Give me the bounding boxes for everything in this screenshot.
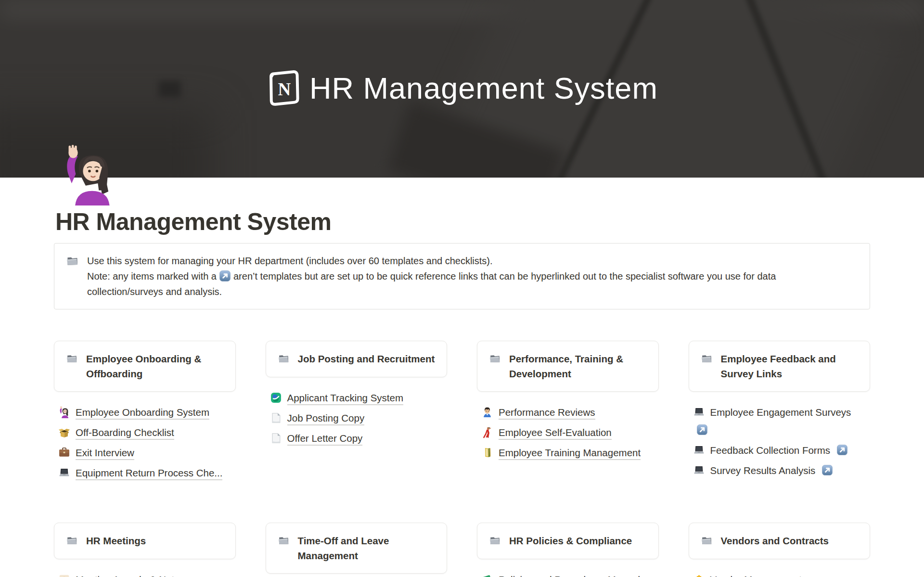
page-link-label: Employee Engagement Surveys — [710, 407, 851, 418]
page-link-label: Applicant Tracking System — [287, 392, 404, 405]
page-link[interactable]: Off-Boarding Checklist — [58, 423, 236, 441]
callout-text: Use this system for managing your HR dep… — [87, 253, 852, 299]
cover-title: HR Management System — [309, 70, 658, 105]
folder-icon — [66, 253, 79, 299]
section-links: Meeting Agenda & Notes — [54, 571, 236, 577]
green-book-icon — [481, 574, 499, 577]
cover-title-row: N HR Management System — [266, 68, 658, 107]
page-link-label: Vendor Management — [710, 574, 802, 577]
section-title: Job Posting and Recruitment — [298, 351, 435, 366]
laptop-icon — [693, 445, 710, 456]
section-links: Policies and Procedures Manual — [477, 571, 659, 577]
page-link-label: Meeting Agenda & Notes — [76, 574, 185, 577]
page-link[interactable]: Survey Results Analysis — [693, 462, 871, 479]
section-links: Employee Onboarding System Off-Boarding … — [54, 403, 236, 482]
arrow-up-right-icon — [693, 424, 708, 436]
page-link[interactable]: Performance Reviews — [481, 403, 659, 421]
callout-note-before: Note: any items marked with a — [87, 271, 217, 282]
page-link[interactable]: Meeting Agenda & Notes — [58, 571, 236, 577]
page-link[interactable]: Vendor Management — [693, 571, 871, 577]
section-column: HR Policies & Compliance Policies and Pr… — [477, 523, 659, 577]
section-title: HR Meetings — [86, 533, 146, 548]
section-header-card: HR Policies & Compliance — [477, 523, 659, 559]
arrow-up-right-icon — [818, 465, 833, 476]
page-link-label: Off-Boarding Checklist — [76, 427, 174, 440]
section-header-card: Time-Off and Leave Management — [266, 523, 448, 574]
page-link[interactable]: Employee Onboarding System — [58, 403, 236, 421]
section-header-card: Performance, Training & Development — [477, 341, 659, 392]
laptop-icon — [58, 467, 76, 478]
folder-icon — [278, 533, 290, 549]
folder-icon — [701, 533, 713, 549]
page-link[interactable]: Exit Interview — [58, 444, 236, 462]
section-header-card: Job Posting and Recruitment — [266, 341, 448, 377]
page-link-label: Feedback Collection Forms — [710, 445, 831, 456]
page-link-label: Job Posting Copy — [287, 412, 365, 425]
section-header-card: HR Meetings — [54, 523, 236, 559]
svg-text:N: N — [278, 79, 291, 99]
folder-icon — [489, 351, 501, 367]
section-column: Vendors and Contracts Vendor Management — [689, 523, 871, 577]
section-title: Vendors and Contracts — [721, 533, 829, 548]
page-link-label: Policies and Procedures Manual — [499, 574, 640, 577]
laptop-icon — [693, 465, 710, 476]
office-worker-icon — [481, 407, 499, 418]
page-link-label: Offer Letter Copy — [287, 433, 363, 446]
section-title: HR Policies & Compliance — [509, 533, 632, 548]
arrow-up-right-icon — [833, 445, 848, 456]
section-links: Performance Reviews Employee Self-Evalua… — [477, 403, 659, 462]
section-header-card: Employee Feedback and Survey Links — [689, 341, 871, 392]
cover-photo-detail — [159, 81, 181, 97]
page-link[interactable]: Applicant Tracking System — [270, 389, 448, 407]
page-link-label: Survey Results Analysis — [710, 465, 816, 476]
page-link[interactable]: Employee Training Management — [481, 444, 659, 462]
section-column: Performance, Training & Development Perf… — [477, 341, 659, 484]
callout-line1: Use this system for managing your HR dep… — [87, 256, 493, 266]
section-column: Employee Onboarding & Offboarding Employ… — [54, 341, 236, 484]
page-link[interactable]: Equipment Return Process Che... — [58, 464, 236, 482]
page-content: HR Management System Use this system for… — [54, 178, 870, 577]
folder-icon — [66, 533, 78, 549]
page-link-label: Employee Onboarding System — [76, 407, 209, 420]
dancer-icon — [481, 427, 499, 438]
folder-icon — [489, 533, 501, 549]
page-icon — [270, 433, 287, 444]
page-icon — [270, 412, 287, 423]
section-column: Employee Feedback and Survey Links Emplo… — [689, 341, 871, 484]
page-link-label: Employee Self-Evaluation — [499, 427, 612, 440]
section-title: Employee Feedback and Survey Links — [721, 351, 859, 381]
arrow-up-right-icon — [217, 271, 233, 282]
section-links: Applicant Tracking System Job Posting Co… — [266, 389, 448, 447]
open-box-icon — [58, 427, 76, 438]
cover-image: N HR Management System — [0, 0, 924, 178]
briefcase-icon — [58, 447, 76, 458]
section-title: Performance, Training & Development — [509, 351, 647, 381]
section-header-card: Vendors and Contracts — [689, 523, 871, 559]
woman-raising-hand-icon — [58, 407, 76, 418]
page-link[interactable]: Offer Letter Copy — [270, 429, 448, 447]
training-book-icon — [481, 447, 499, 458]
section-column: Job Posting and Recruitment Applicant Tr… — [266, 341, 448, 484]
page-link[interactable]: Employee Engagement Surveys — [693, 403, 856, 439]
page-link[interactable]: Feedback Collection Forms — [693, 441, 871, 459]
woman-raising-hand-icon[interactable] — [60, 145, 117, 205]
section-header-card: Employee Onboarding & Offboarding — [54, 341, 236, 392]
sections-grid: Employee Onboarding & Offboarding Employ… — [54, 341, 870, 577]
page-link-label: Equipment Return Process Che... — [76, 467, 222, 480]
page-link-label: Exit Interview — [76, 447, 134, 460]
laptop-icon — [693, 407, 710, 418]
page-link[interactable]: Employee Self-Evaluation — [481, 423, 659, 441]
construction-worker-icon — [693, 574, 710, 577]
section-column: HR Meetings Meeting Agenda & Notes — [54, 523, 236, 577]
folder-icon — [701, 351, 713, 367]
page-link[interactable]: Policies and Procedures Manual — [481, 571, 659, 577]
page-link-label: Employee Training Management — [499, 447, 641, 460]
folder-icon — [66, 351, 78, 367]
section-links: Employee Engagement Surveys Feedback Col… — [689, 403, 871, 479]
section-title: Employee Onboarding & Offboarding — [86, 351, 224, 381]
section-column: Time-Off and Leave Management — [266, 523, 448, 577]
folder-icon — [278, 351, 290, 367]
page-link[interactable]: Job Posting Copy — [270, 409, 448, 427]
callout: Use this system for managing your HR dep… — [54, 243, 870, 309]
page-title: HR Management System — [55, 207, 870, 236]
